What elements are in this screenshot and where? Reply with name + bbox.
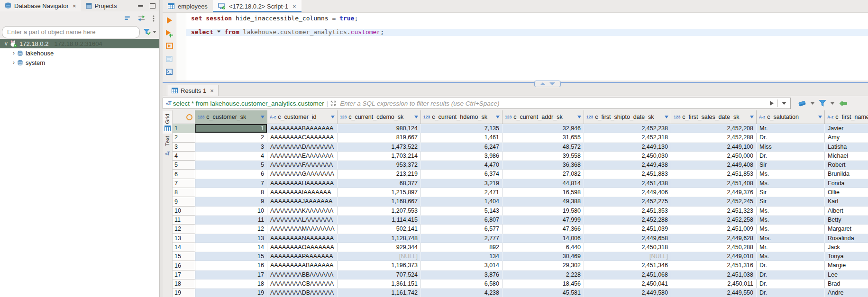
grid-cell[interactable]: 2,449,438 — [584, 161, 671, 170]
grid-cell[interactable]: 32,946 — [503, 124, 584, 133]
chevron-down-icon[interactable] — [811, 102, 814, 105]
grid-cell[interactable]: 29,302 — [503, 261, 584, 270]
grid-cell[interactable]: 12 — [195, 225, 267, 234]
grid-cell[interactable]: 6,580 — [421, 279, 503, 288]
minimize-icon[interactable] — [138, 5, 143, 7]
sort-arrow-icon[interactable] — [750, 116, 754, 118]
row-number[interactable]: 18 — [173, 279, 195, 288]
grid-cell[interactable]: 1,196,373 — [338, 261, 421, 270]
grid-cell[interactable]: Betty — [825, 216, 868, 225]
grid-cell[interactable]: Lee — [825, 270, 868, 279]
tab-projects[interactable]: Projects — [81, 0, 122, 11]
grid-cell[interactable]: 2,451,068 — [584, 270, 671, 279]
grid-cell[interactable]: 6,374 — [421, 170, 503, 179]
grid-cell[interactable]: AAAAAAAACBAAAAAA — [267, 279, 338, 288]
chevron-collapsed-icon[interactable]: › — [10, 50, 17, 56]
grid-cell[interactable]: AAAAAAAALAAAAAAA — [267, 216, 338, 225]
column-header-c_customer_id[interactable]: A-zc_customer_id — [267, 110, 338, 124]
grid-cell[interactable]: 14 — [195, 243, 267, 252]
grid-cell[interactable]: 2,451,316 — [671, 261, 757, 270]
grid-cell[interactable]: Andre — [825, 288, 868, 297]
grid-cell[interactable]: 134 — [421, 252, 503, 261]
grid-cell[interactable]: 14,006 — [503, 234, 584, 243]
grid-cell[interactable]: 16 — [195, 261, 267, 270]
grid-cell[interactable]: 6 — [195, 170, 267, 179]
sql-code[interactable]: set session hide_inaccessible_columns = … — [186, 13, 868, 81]
apply-filter-icon[interactable] — [770, 101, 774, 106]
grid-cell[interactable]: 30,469 — [503, 252, 584, 261]
sort-arrow-icon[interactable] — [331, 116, 335, 118]
sort-arrow-icon[interactable] — [665, 116, 668, 118]
grid-cell[interactable]: 5 — [195, 161, 267, 170]
grid-cell[interactable]: 2,451,408 — [671, 179, 757, 188]
grid-cell[interactable]: Margie — [825, 261, 868, 270]
grid-cell[interactable]: Karl — [825, 197, 868, 206]
column-header-c_current_cdemo_sk[interactable]: 123c_current_cdemo_sk — [338, 110, 421, 124]
row-number[interactable]: 10 — [173, 207, 195, 216]
grid-cell[interactable]: 1,114,415 — [338, 216, 421, 225]
grid-cell[interactable]: 2,228 — [503, 270, 584, 279]
grid-cell[interactable]: 47,366 — [503, 225, 584, 234]
row-number[interactable]: 9 — [173, 197, 195, 206]
grid-cell[interactable]: 2,471 — [421, 188, 503, 197]
grid-cell[interactable]: AAAAAAAAFAAAAAAA — [267, 161, 338, 170]
column-header-c_current_hdemo_sk[interactable]: 123c_current_hdemo_sk — [421, 110, 503, 124]
grid-cell[interactable]: AAAAAAAAJAAAAAAA — [267, 197, 338, 206]
grid-cell[interactable]: AAAAAAAAMAAAAAAA — [267, 225, 338, 234]
sql-line-3[interactable]: select * from lakehouse.customer_analyti… — [186, 29, 868, 36]
grid-cell[interactable]: 9 — [195, 197, 267, 206]
grid-cell[interactable]: 6,247 — [421, 143, 503, 152]
chevron-down-icon[interactable] — [831, 102, 834, 105]
grid-cell[interactable]: 2,449,376 — [671, 188, 757, 197]
grid-cell[interactable]: 3 — [195, 143, 267, 152]
row-number[interactable]: 3 — [173, 143, 195, 152]
grid-cell[interactable]: 4,470 — [421, 161, 503, 170]
grid-cell[interactable]: Dr. — [757, 279, 825, 288]
grid-cell[interactable]: AAAAAAAACAAAAAAA — [267, 133, 338, 142]
grid-cell[interactable]: 1,461 — [421, 133, 503, 142]
grid-cell[interactable]: 19 — [195, 288, 267, 297]
grid-cell[interactable]: 2,450,288 — [671, 243, 757, 252]
row-number[interactable]: 13 — [173, 234, 195, 243]
grid-cell[interactable]: Dr. — [757, 288, 825, 297]
grid-cell[interactable]: 6,577 — [421, 225, 503, 234]
grid-cell[interactable]: Ms. — [757, 225, 825, 234]
grid-cell[interactable]: Ollie — [825, 188, 868, 197]
grid-cell[interactable]: AAAAAAAAEAAAAAAA — [267, 152, 338, 161]
grid-cell[interactable]: 2,451,323 — [671, 207, 757, 216]
grid-cell[interactable]: Mr. — [757, 243, 825, 252]
grid-cell[interactable]: 1,207,553 — [338, 207, 421, 216]
grid-cell[interactable]: 2,452,288 — [671, 133, 757, 142]
explain-plan-button[interactable] — [165, 55, 174, 63]
grid-cell[interactable]: [NULL] — [338, 252, 421, 261]
grid-cell[interactable]: 4,238 — [421, 288, 503, 297]
grid-cell[interactable]: 39,558 — [503, 152, 584, 161]
collapse-all-icon[interactable] — [124, 16, 130, 21]
grid-cell[interactable]: 2,449,130 — [584, 143, 671, 152]
grid-cell[interactable]: 953,372 — [338, 161, 421, 170]
execute-statement-button[interactable] — [165, 17, 174, 24]
filter-history-dropdown-icon[interactable] — [782, 102, 786, 105]
grid-cell[interactable]: 11 — [195, 216, 267, 225]
grid-cell[interactable]: 6,807 — [421, 216, 503, 225]
close-icon[interactable]: × — [73, 2, 76, 9]
grid-corner-cell[interactable] — [173, 110, 195, 124]
grid-cell[interactable]: 2,449,406 — [584, 188, 671, 197]
grid-cell[interactable]: 2,451,438 — [584, 179, 671, 188]
grid-cell[interactable]: AAAAAAAAKAAAAAAA — [267, 207, 338, 216]
grid-cell[interactable]: Sir — [757, 188, 825, 197]
grid-cell[interactable]: Rosalinda — [825, 234, 868, 243]
grid-cell[interactable]: Dr. — [757, 133, 825, 142]
row-number[interactable]: 16 — [173, 261, 195, 270]
grid-cell[interactable]: 27,082 — [503, 170, 584, 179]
grid-cell[interactable]: 1,128,748 — [338, 234, 421, 243]
grid-cell[interactable]: 1,161,742 — [338, 288, 421, 297]
grid-cell[interactable]: 2,451,353 — [584, 207, 671, 216]
chevron-down-icon[interactable] — [153, 31, 156, 33]
grid-cell[interactable]: 3,876 — [421, 270, 503, 279]
sql-console-button[interactable] — [165, 68, 174, 75]
row-number[interactable]: 11 — [173, 216, 195, 225]
grid-cell[interactable]: 18 — [195, 279, 267, 288]
grid-cell[interactable]: 2,451,346 — [584, 261, 671, 270]
row-number[interactable]: 4 — [173, 152, 195, 161]
